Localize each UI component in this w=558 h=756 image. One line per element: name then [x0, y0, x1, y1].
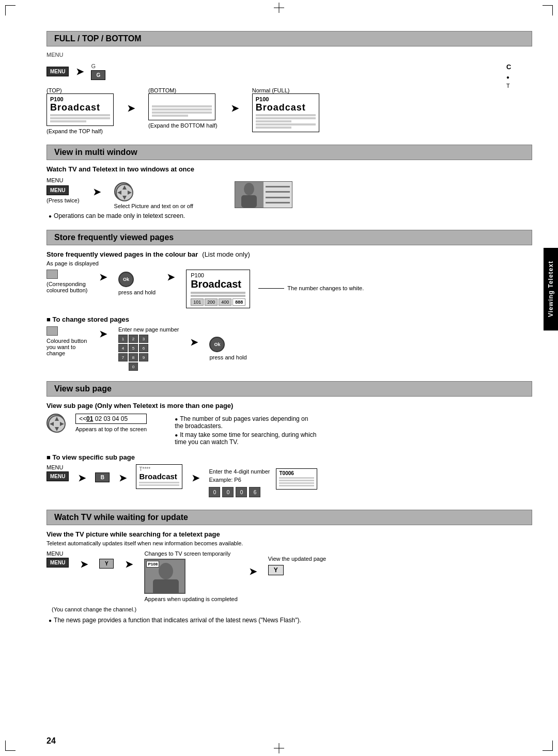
key-5[interactable]: 5 — [129, 344, 138, 352]
press-hold-label: press and hold — [118, 289, 156, 295]
key-3[interactable]: 3 — [139, 335, 148, 343]
digit-0-1[interactable]: 0 — [209, 487, 220, 497]
view-updated-label: View the updated page — [268, 556, 326, 562]
top-screen-page: P100 — [50, 96, 110, 102]
y-button-updated[interactable]: Y — [268, 565, 284, 575]
tv-half — [235, 182, 264, 208]
g-button[interactable]: G — [91, 70, 105, 80]
section-full-top-bottom: FULL / TOP / BOTTOM MENU MENU ➤ G G — [47, 31, 532, 134]
top-screen-broadcast: Broadcast — [50, 102, 110, 113]
digit-0-2[interactable]: 0 — [222, 487, 234, 497]
arrow-watch-2: ➤ — [125, 559, 133, 570]
ok-button-store[interactable]: Ok — [118, 272, 134, 287]
number-changes-label: The number changes to white. — [287, 285, 364, 291]
menu-label-watch: MENU — [47, 550, 63, 557]
menu-label-sub: MENU — [47, 464, 63, 470]
multi-window-mockup — [235, 181, 292, 208]
arrow-sub-1: ➤ — [78, 472, 86, 484]
change-stored-title: ■ To change stored pages — [47, 316, 532, 323]
arrow-3: ➤ — [231, 103, 239, 114]
arrow-store-2: ➤ — [167, 272, 175, 283]
section-watch-tv-title: Watch TV while waiting for update — [47, 510, 532, 525]
arrow-sub-2: ➤ — [119, 472, 127, 484]
section-multi-window: View in multi window Watch TV and Telete… — [47, 145, 532, 219]
cannot-change-label: (You cannot change the channel.) — [52, 606, 532, 612]
store-broadcast: Broadcast — [191, 278, 245, 290]
corner-mark-bl — [5, 741, 16, 751]
coloured-button-change[interactable] — [47, 326, 58, 336]
corner-mark-tr — [542, 5, 553, 15]
page-number: 24 — [47, 736, 56, 746]
store-subtitle: Store frequently viewed pages in the col… — [47, 250, 198, 258]
corner-mark-tl — [5, 5, 16, 15]
appears-when-label: Appears when updating is completed — [144, 596, 237, 602]
section-store-pages: Store frequently viewed pages Store freq… — [47, 230, 532, 371]
right-t-label: T — [506, 82, 537, 91]
arrow-change-2: ➤ — [190, 337, 198, 348]
key-0[interactable]: 0 — [129, 363, 138, 371]
enter-new-label: Enter new page number — [118, 326, 179, 333]
right-side-note: C T — [506, 62, 537, 91]
ok-button-change[interactable]: Ok — [209, 337, 225, 352]
bottom-screen — [148, 93, 215, 120]
store-subtitle-row: Store frequently viewed pages in the col… — [47, 250, 532, 258]
num-888: 888 — [233, 298, 245, 306]
svg-rect-11 — [241, 195, 257, 208]
menu-button-sub[interactable]: MENU — [47, 471, 69, 481]
svg-rect-19 — [153, 579, 179, 594]
corner-mark-br — [542, 741, 553, 751]
menu-button-full[interactable]: MENU — [47, 67, 69, 76]
menu-button-watch[interactable]: MENU — [47, 558, 69, 568]
arrow-sub-3: ➤ — [192, 472, 199, 484]
arrow-multi-1: ➤ — [93, 186, 101, 198]
bottom-label: (BOTTOM) — [148, 87, 176, 93]
digit-0-3[interactable]: 0 — [236, 487, 247, 497]
num-200: 200 — [205, 298, 218, 306]
right-c-label: C — [506, 62, 537, 73]
digit-6[interactable]: 6 — [249, 487, 260, 497]
dpad-multi[interactable] — [114, 182, 133, 201]
full-screen: P100 Broadcast — [252, 93, 319, 132]
multi-window-note: Operations can be made only in teletext … — [47, 212, 532, 219]
menu-button-multi[interactable]: MENU — [47, 185, 69, 195]
section-store-title: Store frequently viewed pages — [47, 230, 532, 245]
full-screen-broadcast: Broadcast — [256, 102, 316, 113]
y-button-watch[interactable]: Y — [99, 559, 114, 569]
t0006-screen: T0006 — [276, 468, 317, 490]
section-sub-page-title: View sub page — [47, 381, 532, 397]
arrow-2: ➤ — [127, 103, 135, 114]
svg-point-18 — [159, 563, 173, 579]
press-hold-label-2: press and hold — [209, 354, 246, 360]
subpage-note2: It may take some time for searching, dur… — [173, 431, 317, 446]
key-7[interactable]: 7 — [118, 353, 128, 361]
key-6[interactable]: 6 — [139, 344, 148, 352]
key-4[interactable]: 4 — [118, 344, 128, 352]
appears-text: Appears at top of the screen — [75, 426, 147, 432]
arrow-watch-3: ➤ — [249, 566, 257, 577]
changes-temp-label: Changes to TV screen temporarily — [144, 550, 230, 557]
right-bullet1 — [506, 73, 537, 82]
main-content: FULL / TOP / BOTTOM MENU MENU ➤ G G — [47, 21, 532, 624]
section-sub-page: View sub page View sub page (Only when T… — [47, 381, 532, 499]
key-8[interactable]: 8 — [129, 353, 138, 361]
key-9[interactable]: 9 — [139, 353, 148, 361]
section-full-top-bottom-title: FULL / TOP / BOTTOM — [47, 31, 532, 46]
store-subtitle2: (List mode only) — [202, 250, 250, 258]
b-button-sub[interactable]: B — [95, 472, 110, 482]
normal-label: Normal (FULL) — [252, 87, 290, 93]
dpad-subpage[interactable] — [47, 414, 65, 432]
num-101: 101 — [191, 298, 204, 306]
watch-tv-desc: Teletext automatically updates itself wh… — [47, 540, 532, 546]
full-screen-page: P100 — [256, 96, 316, 102]
coloured-button-store[interactable] — [47, 270, 58, 279]
press-twice-label: (Press twice) — [47, 197, 80, 203]
key-2[interactable]: 2 — [129, 335, 138, 343]
num-400: 400 — [219, 298, 231, 306]
select-text: Select Picture and text on or off — [114, 203, 193, 209]
as-page-label: As page is displayed — [47, 260, 532, 266]
numpad: 1 2 3 4 5 6 7 8 9 0 — [118, 335, 148, 371]
menu-label: MENU — [47, 52, 63, 58]
sub-page-subtitle: View sub page (Only when Teletext is mor… — [47, 402, 532, 410]
text-half — [264, 182, 292, 208]
key-1[interactable]: 1 — [118, 335, 128, 343]
